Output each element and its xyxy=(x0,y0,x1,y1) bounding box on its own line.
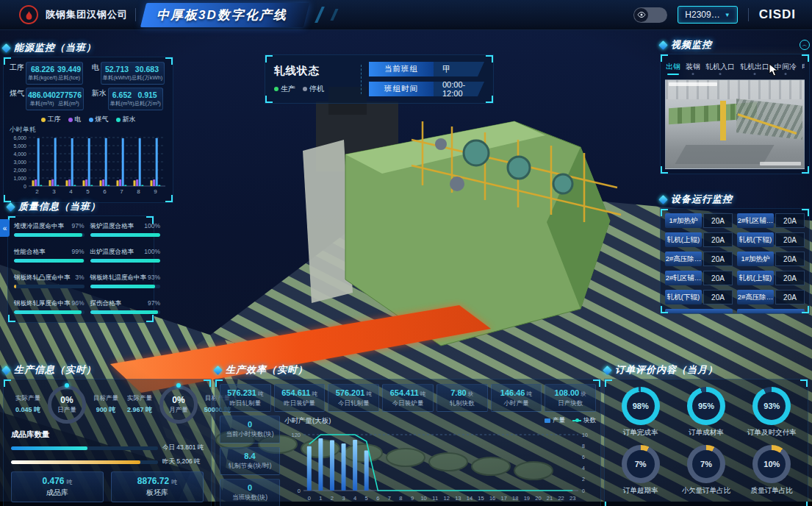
equipment-label-chip: 2#高压除… xyxy=(665,252,702,266)
equipment-value: 20A xyxy=(775,252,805,266)
company-name: 陕钢集团汉钢公司 xyxy=(46,8,128,21)
panel-efficiency-title: 生产效率（实时） xyxy=(226,363,308,377)
panel-energy-header: 能源监控（当班） xyxy=(3,41,173,54)
quality-item: 钢板终轧温度命中率93% xyxy=(90,274,161,293)
legend-marker-icon xyxy=(303,87,307,91)
svg-text:17: 17 xyxy=(501,495,507,502)
stat-label: 日产块数 xyxy=(558,399,583,408)
energy-unit: 单耗(m³/t) xyxy=(110,100,134,107)
side-stat-value: 0 xyxy=(248,420,252,429)
stat-label: 昨日轧制量 xyxy=(230,399,262,408)
equipment-list: 1#加热炉20A2#轧区辅…20A轧机(上辊)20A轧机(下辊)20A2#高压除… xyxy=(665,213,805,304)
video-collapse-button[interactable]: ︿ xyxy=(800,40,810,50)
equipment-row: 轧机(上辊)20A轧机(下辊)20A xyxy=(665,232,805,247)
equipment-cell: 2#高压除…20A xyxy=(737,290,805,304)
equipment-row: 2#轧区辅…20A轧机(上辊)20A xyxy=(665,271,805,285)
stat-value: 576.231吨 xyxy=(227,388,263,398)
equipment-cell: 1#加热炉20A xyxy=(737,252,805,266)
energy-unit: 总耗(m³) xyxy=(56,100,82,107)
donut-ring: 10% xyxy=(752,445,791,483)
legend-item: 新水 xyxy=(116,115,136,124)
equipment-cell: 2#轧区辅…20A xyxy=(665,271,733,285)
stock-card-unit: 吨 xyxy=(171,479,177,485)
legend-bar-icon xyxy=(545,418,550,423)
panel-equipment-title: 设备运行监控 xyxy=(671,193,733,206)
efficiency-stat-card: 576.201吨今日轧制量 xyxy=(328,384,379,412)
donut-percent: 7% xyxy=(687,445,725,483)
donut-label: 订单及时交付率 xyxy=(747,428,797,438)
panel-orders-title: 订单评价内容（当月） xyxy=(615,363,718,377)
panel-efficiency: 生产效率（实时） 576.231吨昨日轧制量654.611吨昨日装炉量576.2… xyxy=(215,363,601,506)
energy-chart-label: 小时单耗 xyxy=(10,125,168,135)
legend-marker-icon xyxy=(116,118,121,122)
diamond-icon xyxy=(603,366,612,375)
gauge-right-label: 目标产量 xyxy=(89,394,123,403)
diamond-icon xyxy=(1,43,11,53)
quality-value: 96% xyxy=(72,299,85,308)
svg-text:3,000: 3,000 xyxy=(13,160,26,165)
equipment-value: 20A xyxy=(703,213,733,228)
panel-efficiency-header: 生产效率（实时） xyxy=(215,363,601,377)
stock-bar: 今日 43.801 吨 xyxy=(11,443,204,452)
svg-text:4: 4 xyxy=(582,466,585,471)
legend-line-icon xyxy=(572,420,581,421)
efficiency-stat-card: 576.231吨昨日轧制量 xyxy=(220,384,271,412)
energy-unit: 单耗(m³/t) xyxy=(28,100,56,107)
quality-bar xyxy=(14,285,85,288)
panel-energy: 能源监控（当班） 工序68.226单耗(kgce/t)39.449总耗(tce)… xyxy=(3,41,173,203)
equipment-label-chip: 2#轧区辅… xyxy=(665,271,702,285)
order-donut: 7%小欠量订单占比 xyxy=(675,445,737,496)
camera-feed[interactable] xyxy=(665,79,805,169)
svg-text:2: 2 xyxy=(35,188,39,195)
video-tab[interactable]: 装钢 xyxy=(685,60,701,75)
svg-text:8: 8 xyxy=(137,188,140,195)
donut-ring: 7% xyxy=(687,445,725,483)
svg-text:0: 0 xyxy=(582,488,585,493)
diamond-icon xyxy=(213,366,223,375)
stat-unit: 块 xyxy=(581,391,586,397)
production-gauge: 实际产量0.045 吨0%日产量目标产量900 吨 xyxy=(11,385,123,424)
efficiency-stat-card: 654.611吨昨日装炉量 xyxy=(274,384,326,412)
equipment-cell: 轧机(上辊)20A xyxy=(737,271,805,285)
video-tab[interactable]: 电动辊 xyxy=(801,60,805,75)
mill-status-rows: 当前班组甲班组时间00:00-12:00 xyxy=(369,62,484,96)
equipment-cell: 轧机(下辊)20A xyxy=(665,290,733,304)
equipment-value: 20A xyxy=(775,290,805,304)
video-tab[interactable]: 轧机出口 xyxy=(739,60,770,75)
efficiency-side-card: 8.4轧制节奏(块/时) xyxy=(220,447,280,475)
equipment-cell: 轧机(上辊)20A xyxy=(665,232,733,247)
panel-quality-title: 质量信息（当班） xyxy=(18,200,101,213)
decor-slash xyxy=(330,9,338,21)
panel-collapse-tab[interactable]: « xyxy=(0,219,10,237)
camera-osd-timestamp xyxy=(669,82,717,86)
line-selector-dropdown[interactable]: H2309… ▼ xyxy=(678,6,737,24)
panel-orders: 订单评价内容（当月） 98%订单完成率95%订单成材率93%订单及时交付率7%订… xyxy=(604,363,808,506)
svg-text:10: 10 xyxy=(420,495,426,502)
quality-label: 钢板终轧厚度命中率 xyxy=(14,299,71,308)
stat-label: 轧制块数 xyxy=(450,399,475,408)
energy-value: 30.683 xyxy=(132,65,163,74)
video-tab[interactable]: 出钢 xyxy=(665,60,681,75)
mill-status-row-label: 班组时间 xyxy=(369,82,434,96)
visibility-toggle[interactable] xyxy=(633,7,667,23)
stock-cards: 0.476吨成品库8876.72吨板坯库 xyxy=(11,471,204,502)
equipment-label-chip: 2#高压除… xyxy=(737,290,774,304)
quality-value: 97% xyxy=(148,299,160,308)
quality-value: 3% xyxy=(75,274,84,282)
order-donut: 93%订单及时交付率 xyxy=(741,387,803,438)
video-tab[interactable]: 轧机入口 xyxy=(705,60,736,75)
svg-text:21: 21 xyxy=(547,495,553,502)
donut-ring: 93% xyxy=(752,387,791,425)
equipment-value: 20A xyxy=(703,271,733,285)
energy-card-group: 煤气 xyxy=(10,88,24,109)
quality-items: 堆缓冷温度命中率97%装炉温度合格率100%性能合格率99%出炉温度合格率100… xyxy=(14,222,148,319)
hourly-output-chart: 0120024681001234567891011121314151617181… xyxy=(284,426,596,502)
donut-percent: 7% xyxy=(622,445,660,483)
panel-production-header: 生产信息（实时） xyxy=(3,363,212,377)
gauge-percent: 0% xyxy=(172,395,184,405)
equipment-cell: 轧机(下辊)20A xyxy=(737,232,805,247)
svg-text:22: 22 xyxy=(558,495,564,502)
energy-unit: 总耗(万m³) xyxy=(134,100,160,107)
svg-text:2: 2 xyxy=(582,477,585,482)
svg-text:0: 0 xyxy=(298,488,301,494)
